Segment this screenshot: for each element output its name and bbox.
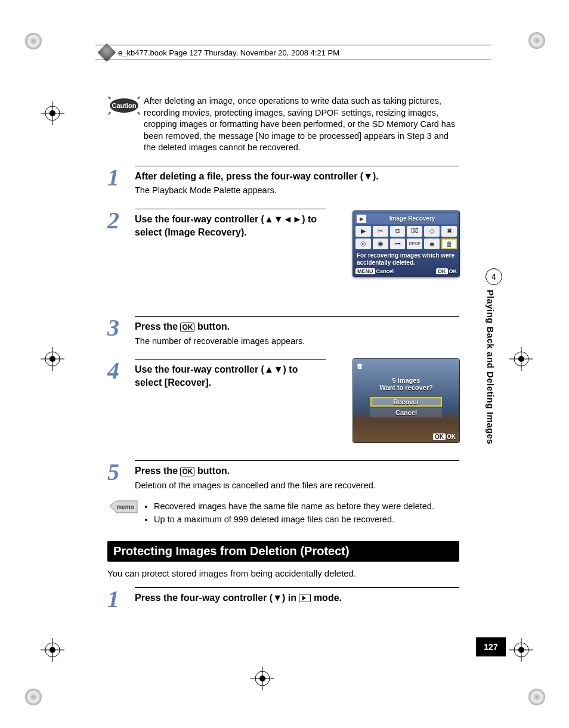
corner-ornament <box>25 33 42 49</box>
caution-block: Caution After deleting an image, once op… <box>107 95 459 154</box>
menu-button-label: MENU <box>355 268 375 274</box>
palette-icon: ⊶ <box>390 238 406 249</box>
main-content: Caution After deleting an image, once op… <box>107 95 459 611</box>
running-header-text: e_kb477.book Page 127 Thursday, November… <box>118 48 339 57</box>
corner-ornament <box>25 689 42 705</box>
page: e_kb477.book Page 127 Thursday, November… <box>0 0 569 728</box>
ok-text: OK <box>449 268 457 274</box>
svg-line-27 <box>138 97 140 99</box>
step-head: Press the four-way controller (▼) in mod… <box>135 591 459 605</box>
svg-line-26 <box>109 97 110 99</box>
step-number: 1 <box>107 587 135 611</box>
registration-mark <box>251 667 274 690</box>
step-number: 4 <box>107 359 135 389</box>
step-head: Press the OK button. <box>135 464 459 478</box>
palette-icon: ☻ <box>424 238 440 249</box>
step-2: 2 Use the four-way controller (▲▼◄►) to … <box>107 209 459 304</box>
palette-icon: ◇ <box>424 226 440 237</box>
svg-text:memo: memo <box>116 504 134 510</box>
playback-mode-icon <box>299 594 311 602</box>
svg-text:Caution: Caution <box>112 102 136 109</box>
palette-icon: DPOF <box>407 238 422 249</box>
registration-mark <box>509 638 533 662</box>
palette-icon: ⌧ <box>407 226 422 237</box>
step-1: 1 After deleting a file, press the four-… <box>107 166 459 197</box>
palette-icon: ▶ <box>355 226 371 237</box>
dialog-option-recover: Recover <box>370 397 442 407</box>
palette-icon: ✂ <box>373 226 388 237</box>
step-number: 1 <box>107 166 135 197</box>
section-heading: Protecting Images from Deletion (Protect… <box>107 541 459 562</box>
step-head: Use the four-way controller (▲▼) to sele… <box>135 363 326 389</box>
book-icon <box>97 43 116 61</box>
step-head: Use the four-way controller (▲▼◄►) to se… <box>135 213 326 238</box>
step-head: After deleting a file, press the four-wa… <box>135 170 459 183</box>
step-text: The Playback Mode Palette appears. <box>135 185 459 197</box>
recovery-icon: 🗑 <box>357 363 363 370</box>
step-text: The number of recoverable images appears… <box>135 336 459 348</box>
dialog-count: 5 images <box>392 377 420 384</box>
play-icon: ▶ <box>357 215 366 223</box>
step-number: 3 <box>107 316 135 347</box>
step-number: 5 <box>107 460 135 491</box>
protect-step-1: 1 Press the four-way controller (▼) in m… <box>107 587 459 611</box>
memo-block: memo Recovered images have the same file… <box>107 500 459 526</box>
step-3: 3 Press the OK button. The number of rec… <box>107 316 459 347</box>
lcd-palette-screenshot: ▶ Image Recovery ▶ ✂ ⧉ ⌧ ◇ ✖ ◎ ◉ ⊶ DPOF … <box>353 211 459 277</box>
ok-pill: OK <box>436 268 448 274</box>
dialog-option-cancel: Cancel <box>370 408 442 417</box>
step-5: 5 Press the OK button. Deletion of the i… <box>107 460 459 491</box>
chapter-number: 4 <box>485 268 502 285</box>
memo-icon: memo <box>107 500 140 526</box>
palette-icon: ⧉ <box>390 226 406 237</box>
caution-icon: Caution <box>107 95 140 154</box>
step-head: Press the OK button. <box>135 320 459 333</box>
dialog-prompt: Want to recover? <box>379 384 432 391</box>
ok-pill: OK <box>433 433 446 440</box>
registration-mark <box>41 101 64 125</box>
chapter-title: Playing Back and Deleting Images <box>485 290 496 444</box>
caution-text: After deleting an image, once operations… <box>144 95 459 154</box>
step-4: 4 Use the four-way controller (▲▼) to se… <box>107 359 459 448</box>
palette-icon: ✖ <box>441 226 457 237</box>
registration-mark <box>41 347 64 371</box>
svg-line-29 <box>138 112 140 114</box>
lcd-recover-dialog: 🗑 5 images Want to recover? Recover Canc… <box>353 359 459 442</box>
palette-icon-recovery: 🗑 <box>441 238 457 249</box>
step-number: 2 <box>107 209 135 238</box>
chapter-tab: 4 Playing Back and Deleting Images <box>485 268 502 444</box>
corner-ornament <box>528 32 545 49</box>
registration-mark <box>41 638 64 662</box>
section-intro: You can protect stored images from being… <box>107 568 459 580</box>
ok-text: OK <box>447 433 456 440</box>
menu-cancel: Cancel <box>376 268 394 274</box>
registration-mark <box>509 347 533 371</box>
palette-icon: ◉ <box>373 238 388 249</box>
screen-title: Image Recovery <box>369 215 456 222</box>
page-number: 127 <box>476 637 506 656</box>
memo-bullet: Up to a maximum of 999 deleted image fil… <box>154 514 434 526</box>
running-header: e_kb477.book Page 127 Thursday, November… <box>95 45 491 60</box>
svg-line-28 <box>109 112 110 114</box>
memo-text: Recovered images have the same file name… <box>143 500 434 526</box>
palette-icon: ◎ <box>355 238 371 249</box>
corner-ornament <box>528 689 545 705</box>
memo-bullet: Recovered images have the same file name… <box>154 501 434 513</box>
screen-description: For recovering images which were acciden… <box>357 252 456 267</box>
step-text: Deletion of the images is cancelled and … <box>135 480 459 492</box>
